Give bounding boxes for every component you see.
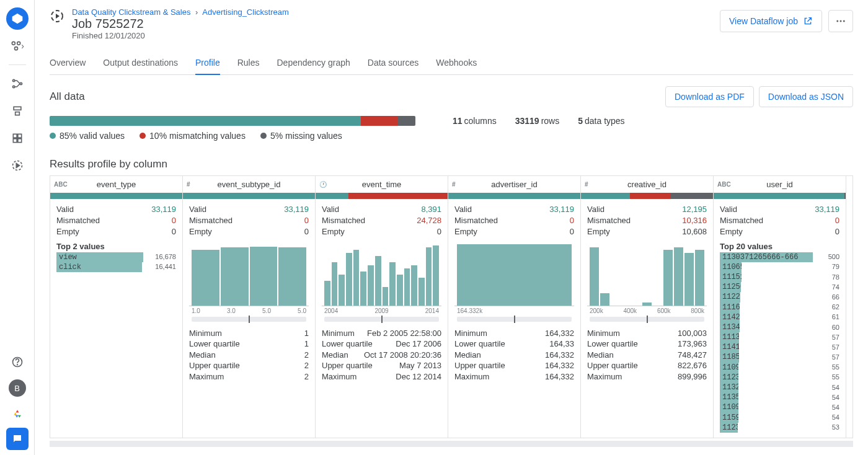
types-label: data types bbox=[585, 116, 625, 126]
svg-point-5 bbox=[12, 86, 14, 87]
range-slider[interactable] bbox=[324, 317, 439, 322]
sidebar: › B bbox=[0, 0, 35, 455]
column-advertiser_id: #advertiser_idValid33,119Mismatched0Empt… bbox=[448, 176, 581, 438]
range-slider[interactable] bbox=[192, 317, 306, 322]
svg-point-20 bbox=[840, 20, 842, 22]
svg-rect-9 bbox=[13, 134, 17, 138]
legend-missing: 5% missing values bbox=[260, 131, 342, 141]
breadcrumb-child[interactable]: Advertising_Clickstream bbox=[202, 7, 288, 17]
top-value: 1185148800000-56057 bbox=[720, 352, 839, 362]
legend-mismatch: 10% mismatching values bbox=[140, 131, 246, 141]
download-json-button[interactable]: Download as JSON bbox=[759, 86, 853, 107]
help-icon[interactable] bbox=[6, 351, 29, 373]
page-title: Job 7525272 bbox=[72, 17, 289, 31]
user-avatar[interactable]: B bbox=[9, 379, 26, 397]
svg-point-19 bbox=[836, 20, 838, 22]
column-event_time: 🕐event_timeValid8,391Mismatched24,728Emp… bbox=[316, 176, 448, 438]
svg-marker-14 bbox=[16, 164, 19, 168]
top-value: 1122940800000-3166 bbox=[720, 292, 839, 302]
more-horizontal-icon bbox=[835, 15, 846, 27]
column-name: advertiser_id bbox=[491, 180, 537, 189]
top-value: 1125619200000-1474 bbox=[720, 282, 839, 292]
top-value: click16,441 bbox=[56, 262, 176, 272]
svg-point-16 bbox=[17, 364, 17, 365]
grid-icon[interactable] bbox=[6, 127, 29, 149]
top-value: 1159488000000-15754 bbox=[720, 413, 839, 423]
breadcrumb-parent[interactable]: Data Quality Clickstream & Sales bbox=[72, 7, 190, 17]
svg-rect-10 bbox=[17, 134, 21, 138]
rows-label: rows bbox=[541, 116, 560, 126]
legend-valid: 85% valid values bbox=[50, 131, 125, 141]
columns-label: columns bbox=[464, 116, 497, 126]
svg-rect-12 bbox=[17, 139, 21, 143]
tab-dependency-graph[interactable]: Dependency graph bbox=[277, 51, 350, 74]
top-value: 1135814400000-37254 bbox=[720, 392, 839, 402]
column-quality-bar bbox=[316, 193, 448, 199]
all-data-title: All data bbox=[50, 91, 665, 103]
column-event_subtype_id: #event_subtype_idValid33,119Mismatched0E… bbox=[183, 176, 316, 438]
chat-icon[interactable] bbox=[6, 428, 29, 450]
svg-point-1 bbox=[12, 42, 15, 45]
top-value: 1109635200000-32854 bbox=[720, 402, 839, 412]
column-header[interactable]: ABCuser_id bbox=[714, 176, 846, 193]
column-quality-bar bbox=[183, 193, 315, 199]
svg-marker-18 bbox=[56, 14, 60, 19]
horizontal-scrollbar[interactable] bbox=[50, 441, 853, 447]
tab-output-destinations[interactable]: Output destinations bbox=[103, 51, 178, 74]
tab-rules[interactable]: Rules bbox=[237, 51, 260, 74]
top-value: 1123632000000-15253 bbox=[720, 423, 839, 433]
legend: 85% valid values 10% mismatching values … bbox=[50, 131, 853, 141]
logo-icon[interactable] bbox=[6, 7, 29, 30]
top-value: 1109894400000-17455 bbox=[720, 363, 839, 373]
column-header[interactable]: 🕐event_time bbox=[316, 176, 448, 193]
column-profiles: ABCevent_typeValid33,119Mismatched0Empty… bbox=[50, 175, 853, 438]
more-actions-button[interactable] bbox=[828, 10, 853, 32]
cloud-icon[interactable] bbox=[6, 403, 29, 425]
jobs-icon[interactable] bbox=[6, 154, 29, 177]
flow-icon[interactable] bbox=[6, 73, 29, 95]
download-pdf-button[interactable]: Download as PDF bbox=[665, 86, 754, 107]
range-slider[interactable] bbox=[457, 317, 572, 322]
page-subtitle: Finished 12/01/2020 bbox=[72, 31, 289, 40]
view-dataflow-button[interactable]: View Dataflow job bbox=[720, 10, 822, 32]
histogram bbox=[189, 244, 309, 306]
range-slider[interactable] bbox=[590, 317, 704, 322]
tab-data-sources[interactable]: Data sources bbox=[368, 51, 418, 74]
breadcrumb: Data Quality Clickstream & Sales › Adver… bbox=[72, 7, 289, 17]
view-dataflow-label: View Dataflow job bbox=[729, 16, 798, 26]
top-value: 1116201600000-4762 bbox=[720, 303, 839, 312]
svg-point-3 bbox=[15, 47, 18, 50]
top-value: 1106524800000-41579 bbox=[720, 262, 839, 272]
column-creative_id: #creative_idValid12,195Mismatched10,316E… bbox=[581, 176, 714, 438]
profile-section-title: Results profile by column bbox=[50, 158, 853, 170]
column-header[interactable]: #advertiser_id bbox=[448, 176, 580, 193]
type-icon: # bbox=[187, 181, 190, 188]
column-user_id: ABCuser_idValid33,119Mismatched0Empty0To… bbox=[714, 176, 846, 438]
external-link-icon bbox=[803, 16, 813, 26]
column-body: Valid33,119Mismatched0Empty0Top 20 value… bbox=[714, 199, 846, 438]
type-icon: # bbox=[585, 181, 588, 188]
column-header[interactable]: #event_subtype_id bbox=[183, 176, 315, 193]
breadcrumb-separator: › bbox=[195, 7, 198, 17]
column-name: event_type bbox=[97, 180, 136, 189]
nav-item-1[interactable]: › bbox=[6, 35, 29, 57]
column-header[interactable]: #creative_id bbox=[581, 176, 713, 193]
tab-profile[interactable]: Profile bbox=[195, 51, 220, 75]
column-body: Valid12,195Mismatched10,316Empty10,60820… bbox=[581, 199, 713, 387]
top-value: 1142208000000-48561 bbox=[720, 312, 839, 322]
column-body: Valid33,119Mismatched0Empty0164.332kMini… bbox=[448, 199, 580, 387]
column-name: user_id bbox=[766, 180, 793, 189]
svg-point-6 bbox=[20, 82, 22, 84]
svg-rect-7 bbox=[14, 107, 21, 110]
tab-overview[interactable]: Overview bbox=[50, 51, 86, 74]
svg-point-2 bbox=[17, 42, 20, 45]
overall-quality-bar bbox=[50, 116, 415, 126]
column-quality-bar bbox=[50, 193, 182, 199]
column-header[interactable]: ABCevent_type bbox=[50, 176, 182, 193]
svg-point-4 bbox=[12, 79, 14, 81]
svg-marker-0 bbox=[12, 14, 22, 24]
histogram bbox=[587, 244, 707, 306]
tab-webhooks[interactable]: Webhooks bbox=[436, 51, 477, 74]
layout-icon[interactable] bbox=[6, 100, 29, 122]
column-event_type: ABCevent_typeValid33,119Mismatched0Empty… bbox=[50, 176, 183, 438]
